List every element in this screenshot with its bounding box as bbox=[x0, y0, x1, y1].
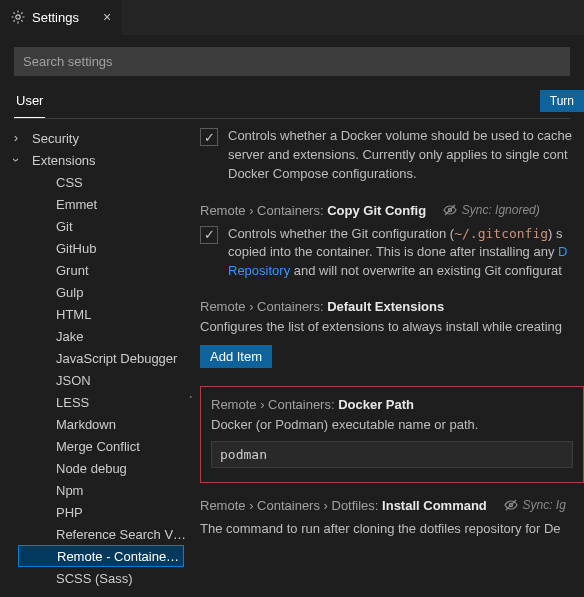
tree-item-less[interactable]: LESS bbox=[0, 391, 190, 413]
tree-item-scss[interactable]: SCSS (Sass) bbox=[0, 567, 190, 589]
search-container bbox=[0, 35, 584, 84]
setting-name: Default Extensions bbox=[327, 299, 444, 314]
tree-item-emmet[interactable]: Emmet bbox=[0, 193, 190, 215]
tree-item-refsearch[interactable]: Reference Search V… bbox=[0, 523, 190, 545]
chevron-right-icon: › bbox=[14, 131, 18, 145]
tree-label: Extensions bbox=[32, 153, 96, 168]
setting-default-extensions: Remote › Containers: Default Extensions … bbox=[200, 291, 584, 378]
tab-bar: Settings × bbox=[0, 0, 584, 35]
setting-description: Controls whether a Docker volume should … bbox=[228, 127, 584, 184]
tab-title: Settings bbox=[32, 10, 79, 25]
tree-item-grunt[interactable]: Grunt bbox=[0, 259, 190, 281]
scope-row: User Turn bbox=[0, 84, 584, 118]
tree-item-css[interactable]: CSS bbox=[0, 171, 190, 193]
settings-content: ✓ Controls whether a Docker volume shoul… bbox=[190, 119, 584, 596]
setting-crumb: Remote › Containers: bbox=[200, 202, 327, 217]
setting-docker-path: Remote › Containers: Docker Path Docker … bbox=[200, 378, 584, 493]
eye-off-icon bbox=[503, 497, 519, 516]
link-repository[interactable]: Repository bbox=[228, 263, 290, 278]
chevron-down-icon: › bbox=[9, 158, 23, 162]
setting-name: Docker Path bbox=[338, 397, 414, 412]
setting-name: Copy Git Config bbox=[327, 202, 426, 217]
tree-item-php[interactable]: PHP bbox=[0, 501, 190, 523]
tree-item-markdown[interactable]: Markdown bbox=[0, 413, 190, 435]
tree-item-json[interactable]: JSON bbox=[0, 369, 190, 391]
close-icon[interactable]: × bbox=[103, 9, 111, 25]
setting-copy-git-config: Remote › Containers: Copy Git Config Syn… bbox=[200, 194, 584, 292]
search-input[interactable] bbox=[14, 47, 570, 76]
tree-label: Security bbox=[32, 131, 79, 146]
setting-crumb: Remote › Containers: bbox=[211, 397, 338, 412]
tree-item-merge[interactable]: Merge Conflict bbox=[0, 435, 190, 457]
sync-ignored-label: Sync: Ignored) bbox=[442, 203, 539, 217]
setting-name: Install Command bbox=[382, 497, 487, 512]
setting-description: Controls whether the Git configuration (… bbox=[228, 225, 584, 282]
tree-item-remote-containers[interactable]: Remote - Containe… bbox=[18, 545, 184, 567]
tree-item-jake[interactable]: Jake bbox=[0, 325, 190, 347]
tree-item-html[interactable]: HTML bbox=[0, 303, 190, 325]
gear-icon[interactable] bbox=[190, 389, 193, 408]
setting-cache: ✓ Controls whether a Docker volume shoul… bbox=[200, 119, 584, 194]
gear-icon bbox=[10, 9, 26, 25]
setting-crumb: Remote › Containers › Dotfiles: bbox=[200, 497, 382, 512]
settings-tree: › Security › Extensions CSS Emmet Git Gi… bbox=[0, 119, 190, 596]
docker-path-input[interactable] bbox=[211, 441, 573, 468]
checkbox-copy-git-config[interactable]: ✓ bbox=[200, 226, 218, 244]
tab-settings[interactable]: Settings × bbox=[0, 0, 121, 35]
setting-crumb: Remote › Containers: bbox=[200, 299, 327, 314]
setting-description: Docker (or Podman) executable name or pa… bbox=[211, 416, 573, 435]
turn-on-sync-button[interactable]: Turn bbox=[540, 90, 584, 112]
focus-outline: Remote › Containers: Docker Path Docker … bbox=[200, 386, 584, 483]
setting-description: The command to run after cloning the dot… bbox=[200, 520, 584, 539]
tree-item-jsdbg[interactable]: JavaScript Debugger bbox=[0, 347, 190, 369]
checkbox-cache[interactable]: ✓ bbox=[200, 128, 218, 146]
sync-ignored-label: Sync: Ig bbox=[503, 498, 566, 512]
eye-off-icon bbox=[442, 202, 458, 221]
tree-item-gulp[interactable]: Gulp bbox=[0, 281, 190, 303]
tree-item-git[interactable]: Git bbox=[0, 215, 190, 237]
svg-point-0 bbox=[16, 15, 20, 19]
tree-item-github[interactable]: GitHub bbox=[0, 237, 190, 259]
setting-description: Configures the list of extensions to alw… bbox=[200, 318, 584, 337]
setting-dotfiles-install-command: Remote › Containers › Dotfiles: Install … bbox=[200, 493, 584, 549]
tree-item-nodedbg[interactable]: Node debug bbox=[0, 457, 190, 479]
tree-item-extensions[interactable]: › Extensions bbox=[0, 149, 190, 171]
tree-item-npm[interactable]: Npm bbox=[0, 479, 190, 501]
tree-item-security[interactable]: › Security bbox=[0, 127, 190, 149]
code-path: ~/.gitconfig bbox=[454, 226, 548, 241]
add-item-button[interactable]: Add Item bbox=[200, 345, 272, 368]
scope-tab-user[interactable]: User bbox=[14, 84, 45, 118]
